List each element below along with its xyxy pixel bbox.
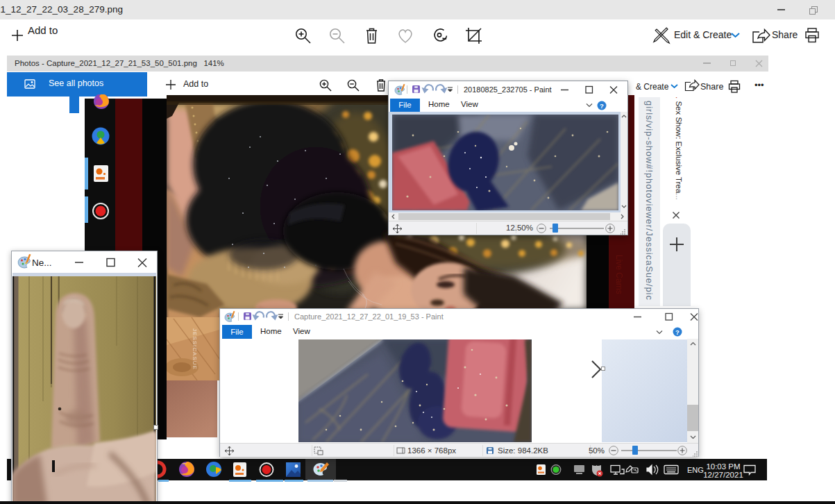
svg-text:Add to: Add to <box>28 24 58 36</box>
svg-text:& Create: & Create <box>636 82 669 92</box>
svg-text:?: ? <box>600 102 604 110</box>
svg-text:JESSICASUE: JESSICASUE <box>192 328 198 370</box>
svg-text:•••: ••• <box>754 80 764 90</box>
svg-text:Share: Share <box>700 82 723 92</box>
svg-text:?: ? <box>675 328 680 336</box>
svg-text:20180825_232705 - Paint: 20180825_232705 - Paint <box>464 85 552 94</box>
svg-text:Edit & Create: Edit & Create <box>674 29 732 40</box>
svg-text:Share: Share <box>772 29 798 40</box>
svg-text:Capture_2021_12_27_22_01_19_53: Capture_2021_12_27_22_01_19_53 - Paint <box>294 312 444 321</box>
svg-text:10:03 PM: 10:03 PM <box>706 462 740 471</box>
svg-text:Ne...: Ne... <box>32 258 52 268</box>
svg-text:ENG: ENG <box>687 466 704 474</box>
svg-text:12/27/2021: 12/27/2021 <box>703 471 743 479</box>
